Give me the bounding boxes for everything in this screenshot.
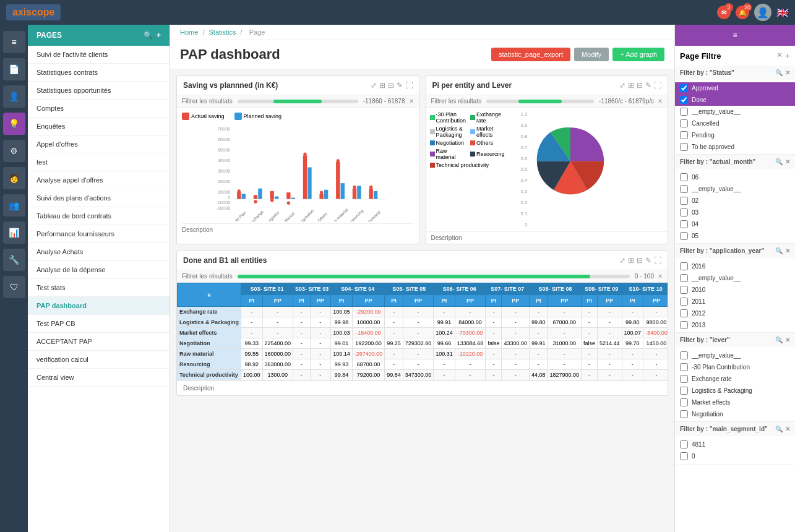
filter-checkbox[interactable] — [680, 173, 688, 181]
sidebar-btn-group[interactable]: 👥 — [3, 194, 25, 217]
filter-item[interactable]: Exchange rate — [675, 373, 795, 385]
filter-checkbox[interactable] — [680, 274, 688, 282]
sidebar-btn-settings[interactable]: ⚙ — [3, 140, 25, 162]
export-button[interactable]: statistic_page_export — [491, 48, 570, 61]
filter-checkbox[interactable] — [680, 298, 688, 306]
filter-item[interactable]: 2014 — [675, 331, 795, 332]
sidebar-item[interactable]: Enquêtes — [28, 118, 170, 135]
close-filter-icon[interactable]: ✕ — [785, 337, 790, 343]
chart3-close-icon[interactable]: ✕ — [658, 273, 663, 280]
filter-item[interactable]: Pending — [675, 129, 795, 141]
filter-checkbox[interactable] — [680, 452, 688, 460]
filter-item[interactable]: __empty_value__ — [675, 106, 795, 118]
table-icon[interactable]: ⊞ — [379, 81, 385, 90]
expand3-icon[interactable]: ⤢ — [619, 256, 625, 265]
filter-section-header[interactable]: Filter by : "actual_month"🔍✕ — [675, 155, 795, 169]
sidebar-item[interactable]: Appel d'offres — [28, 135, 170, 153]
filter-item[interactable]: 03 — [675, 207, 795, 218]
chart3-table-scroll[interactable]: # S03- SITE 01 S03- SITE 03 S04- SITE 04… — [177, 283, 668, 380]
sidebar-item[interactable]: Test stats — [28, 279, 170, 297]
sidebar-btn-person2[interactable]: 🧑 — [3, 167, 25, 189]
sidebar-item[interactable]: Tableau de bord contrats — [28, 207, 170, 225]
filter-checkbox[interactable] — [680, 321, 688, 329]
edit2-icon[interactable]: ✎ — [645, 81, 651, 90]
close-filter-icon[interactable]: ✕ — [785, 247, 790, 254]
sidebar-item[interactable]: Suivi des plans d'actions — [28, 189, 170, 207]
filter-checkbox[interactable] — [680, 108, 688, 116]
search-filter-icon[interactable]: 🔍 — [775, 247, 783, 254]
filter-item[interactable]: __empty_value__ — [675, 183, 795, 195]
filter-section-header[interactable]: Filter by : "application_year"🔍✕ — [675, 244, 795, 258]
sidebar-item[interactable]: ACCEPTANT PAP — [28, 333, 170, 351]
sidebar-btn-chart[interactable]: 📊 — [3, 221, 25, 244]
sidebar-item[interactable]: Central view — [28, 369, 170, 387]
filter-checkbox[interactable] — [680, 309, 688, 317]
filter-checkbox[interactable] — [680, 440, 688, 448]
chart1-filter-slider[interactable] — [238, 100, 358, 103]
filter-checkbox[interactable] — [680, 387, 688, 395]
search-filter-icon[interactable]: 🔍 — [775, 69, 783, 76]
filter-checkbox[interactable] — [680, 220, 688, 228]
sidebar-btn-shield[interactable]: 🛡 — [3, 276, 25, 298]
sidebar-btn-person[interactable]: 👤 — [3, 85, 25, 108]
chart2-filter-slider[interactable] — [486, 100, 594, 103]
filter-item[interactable]: Others — [675, 420, 795, 421]
sidebar-btn-gear[interactable]: 🔧 — [3, 249, 25, 271]
hamburger-icon[interactable]: ≡ — [733, 31, 737, 40]
modify-button[interactable]: Modify — [574, 48, 609, 61]
filter-item[interactable]: Done — [675, 94, 795, 106]
breadcrumb-statistics[interactable]: Statistics — [209, 28, 236, 36]
filter-item[interactable]: To be approved — [675, 141, 795, 153]
chart1-close-icon[interactable]: ✕ — [409, 98, 414, 105]
sidebar-btn-bulb[interactable]: 💡 — [3, 113, 25, 135]
filter-checkbox[interactable] — [680, 286, 688, 294]
filter-item[interactable]: 2012 — [675, 307, 795, 319]
filter-checkbox[interactable] — [680, 410, 688, 418]
filter-section-header[interactable]: Filter by : "main_segment_id"🔍✕ — [675, 422, 795, 436]
table2-icon[interactable]: ⊞ — [628, 81, 634, 90]
filter-item[interactable]: Negotiation — [675, 408, 795, 420]
fullscreen-icon[interactable]: ⛶ — [405, 81, 413, 90]
sidebar-item[interactable]: PAP dashboard — [28, 297, 170, 315]
filter-item[interactable]: 05 — [675, 230, 795, 242]
filter-item[interactable]: Logistics & Packaging — [675, 385, 795, 397]
breadcrumb-home[interactable]: Home — [180, 28, 198, 36]
filter-item[interactable]: __empty_value__ — [675, 350, 795, 361]
sidebar-btn-file[interactable]: 📄 — [3, 58, 25, 80]
filter-checkbox[interactable] — [680, 197, 688, 205]
sidebar-item[interactable]: verification calcul — [28, 351, 170, 369]
sidebar-item[interactable]: Analyse Achats — [28, 243, 170, 261]
add-graph-button[interactable]: + Add graph — [612, 48, 664, 61]
filter-item[interactable]: 0 — [675, 450, 795, 462]
filter-close-icon[interactable]: ✕ — [776, 51, 783, 61]
filter-add-icon[interactable]: + — [785, 51, 790, 61]
close-filter-icon[interactable]: ✕ — [785, 69, 790, 76]
filter-item[interactable]: 2010 — [675, 284, 795, 296]
filter-checkbox[interactable] — [680, 363, 688, 371]
sidebar-item[interactable]: Suivi de l'activité clients — [28, 46, 170, 64]
chart3-filter-slider[interactable] — [238, 275, 630, 278]
chart2-close-icon[interactable]: ✕ — [658, 98, 663, 105]
edit3-icon[interactable]: ✎ — [645, 256, 651, 265]
language-flag[interactable]: 🇬🇧 — [776, 7, 789, 19]
filter-item[interactable]: Approved — [675, 82, 795, 94]
filter-checkbox[interactable] — [680, 208, 688, 217]
add-icon[interactable]: + — [157, 31, 161, 40]
filter-item[interactable]: 2016 — [675, 260, 795, 272]
filter-item[interactable]: 2011 — [675, 296, 795, 307]
fullscreen2-icon[interactable]: ⛶ — [654, 81, 661, 90]
sidebar-item[interactable]: Analyse appel d'offres — [28, 171, 170, 189]
fullscreen3-icon[interactable]: ⛶ — [654, 256, 661, 265]
filter-checkbox[interactable] — [680, 351, 688, 359]
sidebar-btn-home[interactable]: ≡ — [3, 31, 25, 53]
filter-checkbox[interactable] — [680, 119, 688, 127]
filter-item[interactable]: -30 Plan Contribution — [675, 361, 795, 373]
filter-item[interactable]: Market effects — [675, 397, 795, 408]
filter-item[interactable]: 01 — [675, 242, 795, 243]
sidebar-item[interactable]: Statistiques contrats — [28, 64, 170, 82]
grid-icon[interactable]: ⊟ — [388, 81, 394, 90]
filter-item[interactable]: 2013 — [675, 319, 795, 331]
filter-checkbox[interactable] — [680, 185, 688, 193]
sidebar-item[interactable]: test — [28, 153, 170, 171]
filter-item[interactable]: Cancelled — [675, 118, 795, 129]
